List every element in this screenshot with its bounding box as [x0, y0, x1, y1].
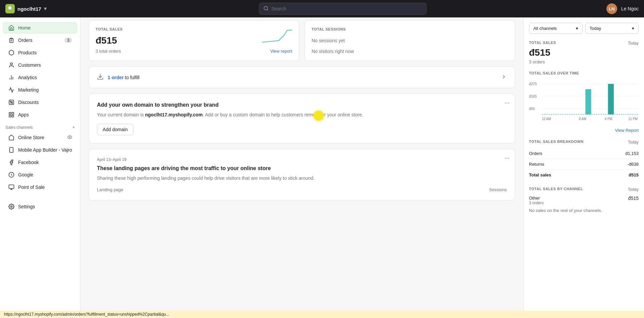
sidebar-item-label-mobile-app-builder: Mobile App Builder - Vajro: [18, 147, 72, 153]
products-icon: [8, 49, 15, 56]
pos-icon: [8, 184, 15, 191]
sales-over-time-chart: đ275 đ165 đ55 12 AM 8 AM 4 PM 11 PM: [529, 79, 639, 124]
total-sessions-card: TOTAL SESSIONS No sessions yet No visito…: [305, 20, 515, 61]
breakdown-returns-value: -đ638: [628, 162, 639, 167]
sidebar-item-analytics[interactable]: Analytics: [3, 71, 77, 84]
topbar-logo: ngoclht17 ▾: [5, 4, 79, 13]
svg-text:8 AM: 8 AM: [579, 117, 586, 121]
add-sales-channel-button[interactable]: +: [72, 125, 75, 130]
total-sales-sub: 3 total orders: [96, 49, 121, 54]
blog-footer: Landing page Sessions: [97, 187, 507, 192]
svg-text:4 PM: 4 PM: [605, 117, 612, 121]
sidebar-item-orders[interactable]: Orders 3: [3, 34, 77, 46]
settings-icon: [8, 203, 15, 209]
no-sales-text: No sales on the rest of your channels.: [529, 208, 639, 209]
svg-point-23: [11, 206, 12, 208]
channel-row: Other 3 orders đ515: [529, 196, 639, 205]
breakdown-orders-value: đ1,153: [625, 151, 639, 156]
google-icon: [8, 171, 15, 178]
svg-point-4: [10, 63, 12, 65]
discounts-icon: [8, 99, 15, 106]
blog-card-menu-button[interactable]: ···: [504, 155, 509, 162]
sidebar-item-label-products: Products: [18, 50, 37, 55]
blog-title: These landing pages are driving the most…: [97, 165, 507, 171]
sidebar-item-label-google: Google: [18, 172, 33, 177]
svg-point-8: [10, 101, 11, 102]
topbar-right: LN Le Ngoc: [606, 3, 639, 14]
fulfill-text: 1 order to fulfill: [108, 75, 501, 80]
svg-rect-20: [9, 185, 14, 189]
fulfill-suffix: to fulfill: [123, 75, 139, 80]
sidebar-item-discounts[interactable]: Discounts: [3, 96, 77, 108]
sidebar-item-customers[interactable]: Customers: [3, 59, 77, 71]
panel-breakdown-title: TOTAL SALES BREAKDOWN: [529, 140, 584, 144]
breakdown-row-total: Total sales đ515: [529, 170, 639, 180]
sidebar-item-pos[interactable]: Point of Sale: [3, 181, 77, 193]
settings-wrapper: Settings: [0, 194, 80, 209]
avatar: LN: [606, 3, 617, 14]
breakdown-total-label: Total sales: [529, 172, 551, 177]
search-icon: [263, 6, 269, 12]
add-domain-button[interactable]: Add domain: [97, 124, 133, 135]
store-name[interactable]: ngoclht17: [17, 6, 41, 12]
panel-by-channel-section: TOTAL SALES BY CHANNEL Today Other 3 ord…: [529, 187, 639, 209]
svg-text:đ275: đ275: [529, 82, 537, 86]
sales-channels-section: Sales channels +: [0, 121, 80, 131]
blog-card: ··· April 13–April 19 These landing page…: [89, 149, 515, 201]
view-report-link[interactable]: View report: [270, 49, 292, 54]
user-name: Le Ngoc: [621, 6, 639, 11]
sidebar-item-google[interactable]: Google: [3, 169, 77, 181]
panel-total-sales-section: TOTAL SALES Today đ515 3 orders: [529, 41, 639, 64]
home-icon: [8, 24, 15, 31]
domain-desc-pre: Your current domain is: [97, 112, 145, 117]
svg-line-10: [10, 101, 13, 104]
fulfill-icon: [97, 73, 104, 81]
fulfill-card[interactable]: 1 order to fulfill: [89, 66, 515, 88]
svg-text:đ165: đ165: [529, 94, 537, 98]
sidebar-item-label-customers: Customers: [18, 62, 41, 68]
channel-orders: 3 orders: [529, 201, 544, 205]
search-input[interactable]: [271, 6, 422, 11]
domain-card: ··· Add your own domain to strengthen yo…: [89, 94, 515, 144]
blog-description: Sharing these high performing landing pa…: [97, 175, 507, 182]
sidebar-item-label-facebook: Facebook: [18, 160, 39, 165]
svg-rect-32: [585, 89, 591, 114]
cards-row: TOTAL SALES đ515 3 total orders View rep…: [89, 20, 515, 61]
sidebar-item-online-store[interactable]: Online Store: [3, 131, 77, 144]
svg-rect-15: [9, 115, 11, 117]
fulfill-chevron-icon: [501, 74, 507, 81]
apps-icon: [8, 111, 15, 118]
no-sessions-text: No sessions yet: [312, 38, 508, 43]
sidebar-item-label-discounts: Discounts: [18, 100, 39, 105]
sidebar-item-home[interactable]: Home: [3, 22, 77, 34]
sidebar-item-settings[interactable]: Settings: [3, 201, 77, 209]
store-dropdown-icon[interactable]: ▾: [44, 6, 47, 12]
sales-channels-label: Sales channels: [5, 125, 33, 130]
sidebar-item-mobile-app-builder[interactable]: Mobile App Builder - Vajro: [3, 144, 77, 156]
panel-chart-title: TOTAL SALES OVER TIME: [529, 71, 639, 75]
sidebar-item-facebook[interactable]: Facebook: [3, 156, 77, 168]
domain-card-description: Your current domain is ngoclht17.myshopi…: [97, 111, 507, 118]
sidebar-item-apps[interactable]: Apps: [3, 109, 77, 121]
sidebar-item-marketing[interactable]: Marketing: [3, 84, 77, 96]
all-channels-button[interactable]: All channels ▾: [529, 23, 583, 34]
channel-name: Other: [529, 196, 544, 201]
panel-total-sales-title: TOTAL SALES: [529, 41, 556, 45]
panel-channel-today: Today: [628, 187, 639, 192]
sidebar-item-label-analytics: Analytics: [18, 75, 37, 80]
sidebar-item-label-marketing: Marketing: [18, 87, 39, 93]
view-report-panel-link[interactable]: View Report: [529, 128, 639, 133]
panel-total-sales-today: Today: [628, 41, 639, 46]
panel-filter-row: All channels ▾ Today ▾: [529, 23, 639, 34]
today-filter-button[interactable]: Today ▾: [585, 23, 639, 34]
sidebar-item-products[interactable]: Products: [3, 47, 77, 59]
panel-total-sales-orders: 3 orders: [529, 59, 639, 64]
svg-point-0: [264, 6, 268, 10]
panel-channel-header: TOTAL SALES BY CHANNEL Today: [529, 187, 639, 192]
orders-badge: 3: [64, 38, 72, 43]
domain-card-title: Add your own domain to strengthen your b…: [97, 102, 507, 108]
panel-chart-section: TOTAL SALES OVER TIME đ275 đ165 đ55 12 A…: [529, 71, 639, 133]
svg-point-16: [69, 137, 70, 138]
domain-card-menu-button[interactable]: ···: [504, 99, 509, 106]
shopify-icon: [5, 4, 15, 13]
